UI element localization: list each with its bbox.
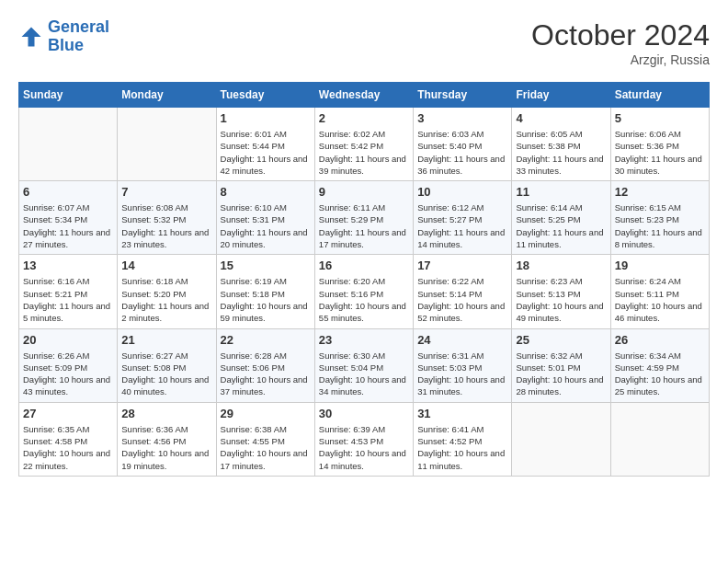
day-info: Sunrise: 6:30 AMSunset: 5:04 PMDaylight:… (319, 350, 409, 398)
day-number: 14 (121, 259, 211, 272)
day-info: Sunrise: 6:24 AMSunset: 5:11 PMDaylight:… (615, 275, 705, 324)
calendar-cell: 2 Sunrise: 6:02 AMSunset: 5:42 PMDayligh… (314, 108, 413, 181)
day-number: 31 (417, 407, 507, 420)
day-info: Sunrise: 6:34 AMSunset: 4:59 PMDaylight:… (615, 350, 705, 398)
calendar-cell: 1 Sunrise: 6:01 AMSunset: 5:44 PMDayligh… (216, 108, 314, 181)
day-number: 28 (121, 407, 211, 420)
day-info: Sunrise: 6:08 AMSunset: 5:32 PMDaylight:… (121, 201, 211, 250)
day-info: Sunrise: 6:35 AMSunset: 4:58 PMDaylight:… (23, 423, 113, 472)
calendar-cell: 24 Sunrise: 6:31 AMSunset: 5:03 PMDaylig… (414, 328, 512, 402)
day-number: 26 (615, 333, 705, 347)
day-number: 10 (417, 185, 507, 199)
day-number: 15 (221, 259, 311, 272)
weekday-header-tuesday: Tuesday (216, 83, 314, 108)
title-block: October 2024 Arzgir, Russia (531, 18, 710, 67)
calendar-cell: 12 Sunrise: 6:15 AMSunset: 5:23 PMDaylig… (610, 181, 709, 255)
day-info: Sunrise: 6:27 AMSunset: 5:08 PMDaylight:… (121, 350, 211, 398)
day-info: Sunrise: 6:02 AMSunset: 5:42 PMDaylight:… (319, 128, 409, 177)
day-number: 4 (516, 111, 606, 125)
week-row-3: 13 Sunrise: 6:16 AMSunset: 5:21 PMDaylig… (19, 255, 710, 328)
day-number: 21 (121, 333, 211, 347)
day-number: 1 (221, 111, 311, 125)
day-info: Sunrise: 6:18 AMSunset: 5:20 PMDaylight:… (121, 275, 211, 324)
svg-marker-0 (22, 27, 41, 46)
day-number: 2 (319, 111, 409, 125)
calendar-cell: 28 Sunrise: 6:36 AMSunset: 4:56 PMDaylig… (118, 402, 216, 476)
calendar-cell: 7 Sunrise: 6:08 AMSunset: 5:32 PMDayligh… (118, 181, 216, 255)
day-info: Sunrise: 6:39 AMSunset: 4:53 PMDaylight:… (319, 423, 409, 472)
day-info: Sunrise: 6:01 AMSunset: 5:44 PMDaylight:… (221, 128, 311, 177)
week-row-1: 1 Sunrise: 6:01 AMSunset: 5:44 PMDayligh… (19, 108, 710, 181)
day-number: 11 (516, 185, 606, 199)
week-row-4: 20 Sunrise: 6:26 AMSunset: 5:09 PMDaylig… (19, 328, 710, 402)
day-number: 8 (221, 185, 311, 199)
day-info: Sunrise: 6:14 AMSunset: 5:25 PMDaylight:… (516, 201, 606, 250)
calendar-cell: 8 Sunrise: 6:10 AMSunset: 5:31 PMDayligh… (216, 181, 314, 255)
day-number: 3 (417, 111, 507, 125)
day-info: Sunrise: 6:32 AMSunset: 5:01 PMDaylight:… (516, 350, 606, 398)
weekday-header-sunday: Sunday (19, 83, 118, 108)
day-info: Sunrise: 6:16 AMSunset: 5:21 PMDaylight:… (23, 275, 113, 324)
day-number: 19 (615, 259, 705, 272)
calendar-cell: 10 Sunrise: 6:12 AMSunset: 5:27 PMDaylig… (414, 181, 512, 255)
calendar-cell: 27 Sunrise: 6:35 AMSunset: 4:58 PMDaylig… (19, 402, 118, 476)
weekday-header-monday: Monday (118, 83, 216, 108)
calendar-cell: 22 Sunrise: 6:28 AMSunset: 5:06 PMDaylig… (216, 328, 314, 402)
day-number: 25 (516, 333, 606, 347)
week-row-2: 6 Sunrise: 6:07 AMSunset: 5:34 PMDayligh… (19, 181, 710, 255)
week-row-5: 27 Sunrise: 6:35 AMSunset: 4:58 PMDaylig… (19, 402, 710, 476)
day-info: Sunrise: 6:15 AMSunset: 5:23 PMDaylight:… (615, 201, 705, 250)
calendar-cell (610, 402, 709, 476)
calendar-cell (512, 402, 610, 476)
day-number: 22 (221, 333, 311, 347)
location: Arzgir, Russia (531, 52, 710, 67)
logo-blue: Blue (48, 37, 109, 55)
calendar-cell: 3 Sunrise: 6:03 AMSunset: 5:40 PMDayligh… (414, 108, 512, 181)
calendar-cell (118, 108, 216, 181)
day-number: 29 (221, 407, 311, 420)
calendar-cell: 23 Sunrise: 6:30 AMSunset: 5:04 PMDaylig… (314, 328, 413, 402)
day-info: Sunrise: 6:10 AMSunset: 5:31 PMDaylight:… (221, 201, 311, 250)
day-info: Sunrise: 6:41 AMSunset: 4:52 PMDaylight:… (417, 423, 507, 472)
calendar-cell: 11 Sunrise: 6:14 AMSunset: 5:25 PMDaylig… (512, 181, 610, 255)
day-info: Sunrise: 6:28 AMSunset: 5:06 PMDaylight:… (221, 350, 311, 398)
day-number: 9 (319, 185, 409, 199)
logo-icon (18, 24, 44, 50)
calendar-cell: 30 Sunrise: 6:39 AMSunset: 4:53 PMDaylig… (314, 402, 413, 476)
day-number: 27 (23, 407, 113, 420)
day-info: Sunrise: 6:19 AMSunset: 5:18 PMDaylight:… (221, 275, 311, 324)
day-info: Sunrise: 6:36 AMSunset: 4:56 PMDaylight:… (121, 423, 211, 472)
calendar-cell: 26 Sunrise: 6:34 AMSunset: 4:59 PMDaylig… (610, 328, 709, 402)
logo-text: General Blue (48, 18, 109, 55)
logo: General Blue (18, 18, 109, 55)
calendar-cell: 21 Sunrise: 6:27 AMSunset: 5:08 PMDaylig… (118, 328, 216, 402)
calendar-cell: 4 Sunrise: 6:05 AMSunset: 5:38 PMDayligh… (512, 108, 610, 181)
weekday-header-thursday: Thursday (414, 83, 512, 108)
day-info: Sunrise: 6:22 AMSunset: 5:14 PMDaylight:… (417, 275, 507, 324)
day-number: 17 (417, 259, 507, 272)
month-title: October 2024 (531, 18, 710, 52)
day-info: Sunrise: 6:06 AMSunset: 5:36 PMDaylight:… (615, 128, 705, 177)
day-info: Sunrise: 6:12 AMSunset: 5:27 PMDaylight:… (417, 201, 507, 250)
calendar-cell: 18 Sunrise: 6:23 AMSunset: 5:13 PMDaylig… (512, 255, 610, 328)
calendar-cell: 29 Sunrise: 6:38 AMSunset: 4:55 PMDaylig… (216, 402, 314, 476)
page-header: General Blue October 2024 Arzgir, Russia (18, 18, 710, 67)
calendar-cell: 19 Sunrise: 6:24 AMSunset: 5:11 PMDaylig… (610, 255, 709, 328)
day-number: 6 (23, 185, 113, 199)
logo-general: General (48, 17, 109, 36)
day-number: 7 (121, 185, 211, 199)
calendar-cell: 31 Sunrise: 6:41 AMSunset: 4:52 PMDaylig… (414, 402, 512, 476)
calendar-cell: 20 Sunrise: 6:26 AMSunset: 5:09 PMDaylig… (19, 328, 118, 402)
calendar-cell: 25 Sunrise: 6:32 AMSunset: 5:01 PMDaylig… (512, 328, 610, 402)
calendar-cell: 14 Sunrise: 6:18 AMSunset: 5:20 PMDaylig… (118, 255, 216, 328)
day-info: Sunrise: 6:20 AMSunset: 5:16 PMDaylight:… (319, 275, 409, 324)
calendar-cell: 15 Sunrise: 6:19 AMSunset: 5:18 PMDaylig… (216, 255, 314, 328)
calendar-cell: 9 Sunrise: 6:11 AMSunset: 5:29 PMDayligh… (314, 181, 413, 255)
weekday-header-friday: Friday (512, 83, 610, 108)
weekday-header-saturday: Saturday (610, 83, 709, 108)
day-number: 5 (615, 111, 705, 125)
calendar-cell: 13 Sunrise: 6:16 AMSunset: 5:21 PMDaylig… (19, 255, 118, 328)
calendar-cell: 5 Sunrise: 6:06 AMSunset: 5:36 PMDayligh… (610, 108, 709, 181)
day-number: 24 (417, 333, 507, 347)
day-info: Sunrise: 6:26 AMSunset: 5:09 PMDaylight:… (23, 350, 113, 398)
